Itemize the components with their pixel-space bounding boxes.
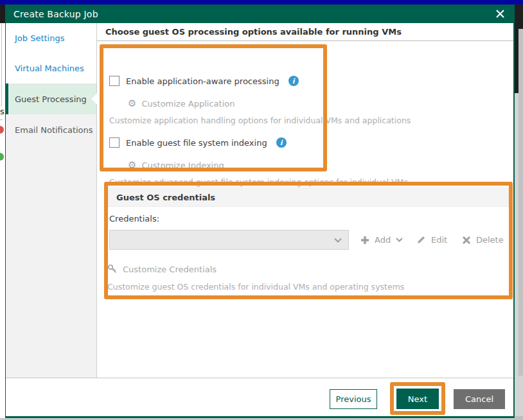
credentials-section-header: Guest OS credentials <box>108 188 509 207</box>
plus-icon <box>360 236 369 245</box>
background-text-fragment: s <box>0 107 5 116</box>
create-backup-job-dialog: Create Backup Job Job Settings Virtual M… <box>5 4 515 418</box>
info-icon[interactable]: i <box>288 76 299 86</box>
dialog-footer: Previous Next Cancel <box>6 378 513 416</box>
key-icon <box>107 264 118 274</box>
info-icon[interactable]: i <box>276 137 287 148</box>
sidebar-item-label: Email Notifications <box>15 125 93 135</box>
sidebar-item-guest-processing[interactable]: Guest Processing <box>6 83 96 114</box>
gears-icon: ⚙ <box>128 99 136 109</box>
option-row-application-aware: Enable application-aware processing i <box>109 76 299 86</box>
background-title-strip <box>0 0 523 4</box>
credentials-dropdown[interactable] <box>109 230 349 250</box>
gears-icon: ⚙ <box>128 161 136 170</box>
chevron-down-icon <box>334 238 342 243</box>
sidebar-item-virtual-machines[interactable]: Virtual Machines <box>6 53 96 83</box>
customize-application-button[interactable]: ⚙ Customize Application <box>128 99 235 109</box>
checkbox-label: Enable application-aware processing <box>126 76 279 86</box>
action-label: Customize Credentials <box>123 265 217 274</box>
option-description: Customize advanced guest file system ind… <box>109 177 408 187</box>
guest-processing-panel: Choose guest OS processing options avail… <box>97 23 513 378</box>
pencil-icon <box>416 235 426 245</box>
edit-credentials-button[interactable]: Edit <box>416 230 447 250</box>
sidebar-filler <box>6 145 96 378</box>
customize-credentials-button[interactable]: Customize Credentials <box>107 264 217 274</box>
background-divider-fragment <box>1 23 2 107</box>
sidebar-item-label: Guest Processing <box>15 94 87 104</box>
file-indexing-checkbox[interactable] <box>109 137 120 148</box>
sidebar-item-email-notifications[interactable]: Email Notifications <box>6 114 96 145</box>
previous-button[interactable]: Previous <box>330 389 377 409</box>
background-footer-fragment <box>515 416 523 420</box>
credentials-description: Customize guest OS credentials for indiv… <box>107 282 404 292</box>
add-credentials-button[interactable]: Add <box>360 230 403 250</box>
dialog-titlebar: Create Backup Job <box>6 4 513 23</box>
cancel-button[interactable]: Cancel <box>454 389 505 409</box>
delete-credentials-button[interactable]: Delete <box>462 230 504 250</box>
background-header-fragment-left <box>0 4 5 23</box>
section-title: Guest OS credentials <box>116 193 215 202</box>
sidebar-item-label: Virtual Machines <box>15 64 84 73</box>
button-label: Delete <box>476 235 504 245</box>
application-aware-checkbox[interactable] <box>109 76 120 86</box>
button-label: Edit <box>431 235 447 245</box>
action-label: Customize Application <box>141 99 235 109</box>
action-label: Customize Indexing <box>141 161 224 170</box>
next-button[interactable]: Next <box>396 389 439 409</box>
dialog-title: Create Backup Job <box>13 9 494 19</box>
current-step-arrow <box>91 93 97 105</box>
option-row-file-indexing: Enable guest file system indexing i <box>109 137 287 148</box>
option-description: Customize application handling options f… <box>109 116 411 125</box>
wizard-steps-sidebar: Job Settings Virtual Machines Guest Proc… <box>6 23 97 378</box>
credentials-field-label: Credentials: <box>109 214 159 223</box>
chevron-down-icon <box>396 238 403 242</box>
customize-indexing-button[interactable]: ⚙ Customize Indexing <box>128 161 224 170</box>
background-scrollbar[interactable] <box>519 29 523 376</box>
x-icon <box>462 236 471 245</box>
background-line-fragment <box>0 119 3 120</box>
sidebar-item-label: Job Settings <box>15 33 65 43</box>
button-label: Add <box>375 235 391 245</box>
dialog-body: Job Settings Virtual Machines Guest Proc… <box>6 23 513 378</box>
sidebar-item-job-settings[interactable]: Job Settings <box>6 23 96 53</box>
checkbox-label: Enable guest file system indexing <box>126 138 267 148</box>
panel-heading: Choose guest OS processing options avail… <box>97 23 513 41</box>
close-icon[interactable] <box>494 8 506 20</box>
